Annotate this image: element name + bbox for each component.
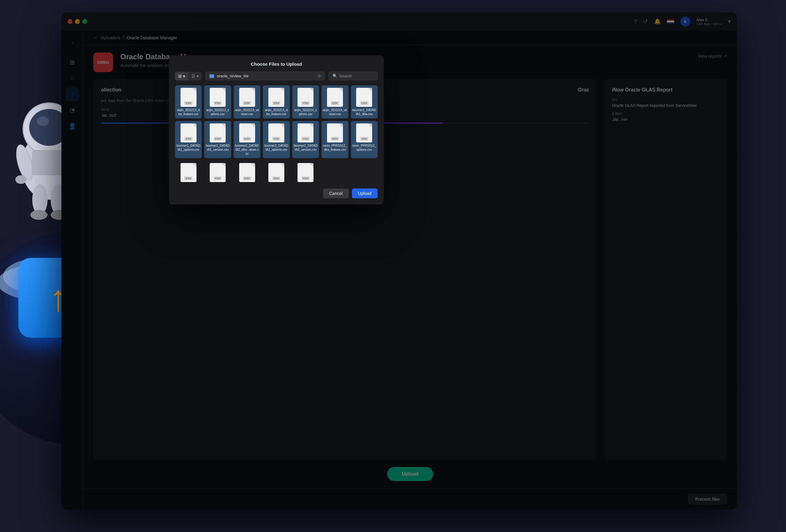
file-icon-csv: CSV	[356, 123, 372, 142]
search-placeholder: Search	[339, 74, 352, 78]
svg-rect-18	[32, 151, 66, 175]
file-icon-csv: CSV	[327, 123, 343, 142]
file-icon-csv: CSV	[239, 88, 255, 107]
file-icon-csv: CSV	[298, 123, 314, 142]
folder-name: oracle_review_lite	[217, 74, 249, 78]
file-icon-csv: CSV	[210, 163, 226, 182]
file-item[interactable]: CSV anjin_SD2214_version.csv	[321, 85, 348, 118]
main-content: ← Uploaders / Oracle Database Manager OD…	[84, 31, 737, 510]
file-item[interactable]: CSV partial1.csv	[175, 161, 202, 184]
modal-title: Choose Files to Upload	[175, 62, 378, 67]
file-icon-csv: CSV	[327, 88, 343, 107]
file-grid: CSV anjin_SD2213_dba_feature.csv CSV anj…	[175, 85, 378, 184]
search-box[interactable]: 🔍 Search	[328, 71, 378, 80]
file-item[interactable]: CSV anjin_SD2213_options.csv	[204, 85, 231, 118]
file-name: boomer1_DATADIA1_dba.csv	[352, 108, 376, 116]
svg-point-13	[30, 210, 48, 220]
file-item[interactable]: CSV boomer2_DATADIA2_version.csv	[292, 121, 319, 158]
file-icon-csv: CSV	[181, 123, 196, 142]
file-icon-csv: CSV	[298, 88, 314, 107]
file-name: anjin_SD2213_dba_feature.csv	[176, 108, 201, 116]
file-name: boomer2_DATADIA2_version.csv	[294, 144, 318, 152]
file-name: partial1.csv	[181, 183, 196, 184]
file-item[interactable]: CSV anjin_SD2213_dba_feature.csv	[175, 85, 202, 118]
file-icon-csv: CSV	[298, 163, 314, 182]
file-name: anjin_SD2214_version.csv	[323, 108, 347, 116]
folder-dropdown[interactable]: oracle_review_lite ⊙	[205, 71, 325, 80]
modal-overlay: Choose Files to Upload ⊞ ▾ ☰ ▾ oracle_re…	[84, 31, 737, 510]
file-icon-csv: CSV	[356, 88, 372, 107]
modal-toolbar: ⊞ ▾ ☰ ▾ oracle_review_lite ⊙ 🔍 Sea	[175, 71, 378, 80]
file-item[interactable]: CSV boomer1_DATADIA1_dba.csv	[351, 85, 378, 118]
grid-view-button[interactable]: ⊞ ▾	[175, 72, 188, 80]
file-item[interactable]: CSV ronin_PPRSS12_dba_feature.csv	[321, 121, 348, 158]
file-icon-csv: CSV	[268, 123, 284, 142]
file-icon-csv: CSV	[239, 163, 255, 182]
file-item[interactable]: CSV anjin_SD2213_version.csv	[234, 85, 260, 118]
svg-point-6	[37, 117, 49, 126]
file-name: ronin_PPRSS12_dba_feature.csv	[323, 144, 347, 152]
file-name: partial5.csv	[298, 183, 314, 184]
file-item[interactable]: CSV partial5.csv	[292, 161, 319, 184]
file-item[interactable]: CSV boomer1_DATADIA1_options.csv	[175, 121, 202, 158]
file-item[interactable]: CSV partial2.csv	[204, 161, 231, 184]
file-name: anjin_SD2214_options.csv	[294, 108, 318, 116]
file-icon-csv: CSV	[239, 123, 255, 142]
file-item[interactable]: CSV boomer2_DATADIA2_dba...ature.csv	[234, 121, 260, 158]
file-item[interactable]: CSV anjin_SD2214_dba_feature.csv	[263, 85, 290, 118]
file-icon-csv: CSV	[181, 163, 196, 182]
file-item[interactable]: CSV boomer1_DATADIA1_version.csv	[204, 121, 231, 158]
file-item[interactable]: CSV boomer2_DATADIA2_options.csv	[263, 121, 290, 158]
file-icon-csv: CSV	[268, 88, 284, 107]
svg-point-9	[15, 175, 26, 184]
folder-dropdown-chevron: ⊙	[318, 74, 321, 78]
list-view-button[interactable]: ☰ ▾	[188, 72, 202, 80]
main-window: ? ↺ 🔔 A Alex C. SAS App - Demo ▾ › ⊞ ⁙ ↑…	[62, 12, 737, 510]
file-icon-csv: CSV	[268, 163, 284, 182]
file-name: ronin_PPRSS12_options.csv	[352, 144, 376, 152]
file-name: boomer1_DATADIA1_options.csv	[176, 144, 201, 152]
file-item[interactable]: CSV anjin_SD2214_options.csv	[292, 85, 319, 118]
file-name: boomer2_DATADIA2_dba...ature.csv	[235, 144, 259, 156]
file-icon-csv: CSV	[210, 123, 226, 142]
file-name: anjin_SD2214_dba_feature.csv	[264, 108, 288, 116]
modal-actions: Cancel Upload	[175, 188, 378, 198]
file-name: partial2.csv	[210, 183, 226, 184]
file-icon-csv: CSV	[181, 88, 196, 107]
cancel-button[interactable]: Cancel	[323, 188, 349, 198]
file-icon-csv: CSV	[210, 88, 226, 107]
folder-icon	[209, 74, 214, 78]
file-name: anjin_SD2213_version.csv	[235, 108, 259, 116]
file-item[interactable]: CSV partial3.csv	[234, 161, 260, 184]
file-chooser-modal: Choose Files to Upload ⊞ ▾ ☰ ▾ oracle_re…	[169, 55, 384, 205]
file-name: boomer2_DATADIA2_options.csv	[264, 144, 288, 152]
app-layout: › ⊞ ⁙ ↑ ◔ 👤 ← Uploaders / Oracle Databas…	[62, 31, 737, 510]
search-icon: 🔍	[332, 74, 338, 78]
file-name: partial4.csv	[269, 183, 284, 184]
file-name: anjin_SD2213_options.csv	[205, 108, 230, 116]
file-name: partial3.csv	[239, 183, 255, 184]
upload-button[interactable]: Upload	[352, 188, 378, 198]
view-toggle: ⊞ ▾ ☰ ▾	[175, 72, 202, 80]
file-name: boomer1_DATADIA1_version.csv	[205, 144, 230, 152]
file-item[interactable]: CSV partial4.csv	[263, 161, 290, 184]
file-item[interactable]: CSV ronin_PPRSS12_options.csv	[351, 121, 378, 158]
